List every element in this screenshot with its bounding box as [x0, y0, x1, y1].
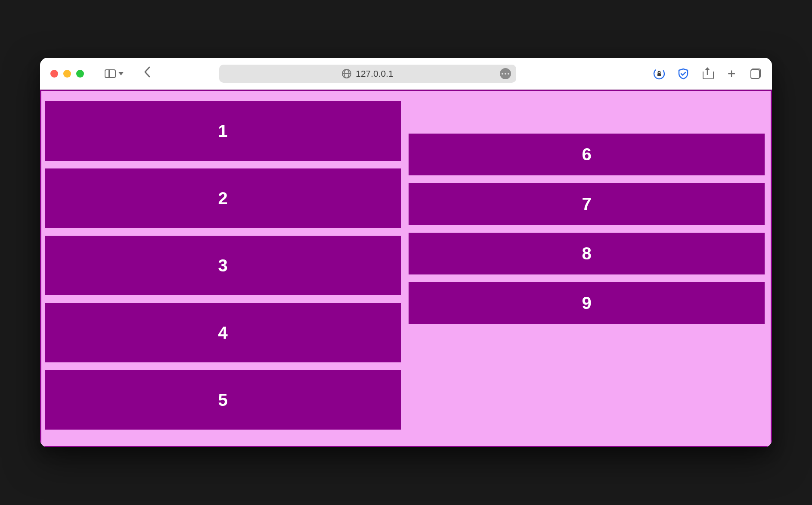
- sidebar-toggle[interactable]: [105, 69, 124, 78]
- titlebar: 127.0.0.1 +: [40, 58, 772, 90]
- privacy-report-button[interactable]: [653, 68, 665, 80]
- share-button[interactable]: [701, 68, 713, 80]
- flex-item-5: 5: [45, 370, 401, 430]
- toolbar-right: +: [653, 68, 762, 80]
- flex-container: 1 2 3 4 5 6 7 8 9: [40, 90, 772, 447]
- tab-overview-button[interactable]: [750, 68, 762, 80]
- spacer: [409, 101, 765, 126]
- back-button[interactable]: [143, 66, 151, 81]
- page-settings-button[interactable]: [500, 68, 511, 79]
- traffic-lights: [50, 70, 84, 78]
- new-tab-button[interactable]: +: [725, 68, 738, 80]
- flex-item-7: 7: [409, 183, 765, 225]
- flex-item-3: 3: [45, 236, 401, 295]
- flex-item-2: 2: [45, 168, 401, 228]
- chevron-down-icon: [118, 72, 124, 75]
- flex-item-4: 4: [45, 303, 401, 362]
- minimize-window-button[interactable]: [63, 70, 71, 78]
- maximize-window-button[interactable]: [76, 70, 84, 78]
- close-window-button[interactable]: [50, 70, 58, 78]
- shield-button[interactable]: [677, 68, 689, 80]
- flex-item-9: 9: [409, 282, 765, 324]
- flex-item-1: 1: [45, 101, 401, 161]
- address-text: 127.0.0.1: [356, 69, 394, 79]
- svg-rect-1: [657, 73, 661, 76]
- flex-item-8: 8: [409, 233, 765, 274]
- flex-item-6: 6: [409, 134, 765, 175]
- globe-icon: [342, 69, 351, 78]
- browser-window: 127.0.0.1 +: [40, 58, 772, 447]
- sidebar-icon: [105, 69, 116, 78]
- address-bar[interactable]: 127.0.0.1: [219, 65, 516, 83]
- page-content: 1 2 3 4 5 6 7 8 9: [40, 90, 772, 447]
